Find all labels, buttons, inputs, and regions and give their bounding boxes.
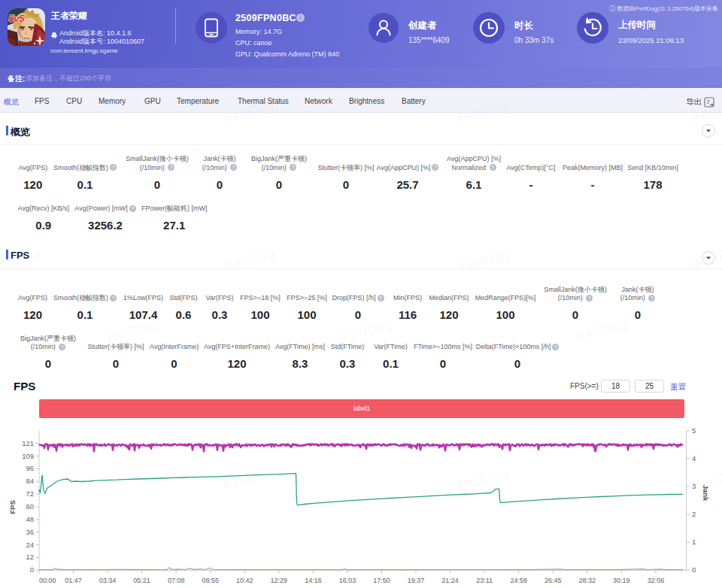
svg-text:01:47: 01:47 bbox=[65, 577, 82, 584]
svg-text:48: 48 bbox=[26, 515, 34, 523]
svg-text:1: 1 bbox=[692, 538, 696, 546]
svg-text:19:37: 19:37 bbox=[408, 577, 425, 584]
svg-text:30:19: 30:19 bbox=[613, 577, 630, 584]
svg-text:5: 5 bbox=[692, 426, 696, 435]
svg-text:07:08: 07:08 bbox=[168, 577, 185, 584]
svg-text:96: 96 bbox=[26, 464, 34, 472]
svg-text:4: 4 bbox=[692, 454, 696, 462]
svg-text:32:06: 32:06 bbox=[648, 577, 665, 584]
svg-text:84: 84 bbox=[26, 477, 34, 485]
svg-text:0: 0 bbox=[30, 565, 34, 574]
svg-text:00:00: 00:00 bbox=[39, 577, 56, 584]
svg-text:28:32: 28:32 bbox=[579, 577, 596, 584]
svg-text:36: 36 bbox=[26, 528, 34, 536]
svg-text:16:03: 16:03 bbox=[339, 577, 356, 584]
svg-text:0: 0 bbox=[692, 565, 696, 574]
svg-text:5v5: 5v5 bbox=[8, 13, 25, 24]
svg-text:12: 12 bbox=[26, 553, 34, 561]
svg-text:FPS: FPS bbox=[8, 500, 17, 514]
svg-text:24: 24 bbox=[26, 541, 34, 549]
svg-text:03:34: 03:34 bbox=[99, 577, 117, 584]
svg-text:14:16: 14:16 bbox=[305, 577, 322, 584]
svg-text:17:50: 17:50 bbox=[373, 577, 390, 584]
svg-text:05:21: 05:21 bbox=[133, 577, 150, 584]
svg-text:23:11: 23:11 bbox=[476, 577, 493, 584]
svg-text:12:29: 12:29 bbox=[271, 577, 288, 584]
svg-text:10:42: 10:42 bbox=[236, 577, 253, 584]
svg-text:24:58: 24:58 bbox=[510, 577, 527, 584]
svg-text:60: 60 bbox=[26, 502, 34, 511]
svg-text:21:24: 21:24 bbox=[441, 577, 459, 584]
svg-text:72: 72 bbox=[26, 489, 34, 498]
svg-text:121: 121 bbox=[22, 439, 34, 447]
svg-text:08:55: 08:55 bbox=[202, 577, 220, 584]
svg-text:2: 2 bbox=[692, 510, 696, 518]
svg-text:26:45: 26:45 bbox=[545, 577, 562, 584]
svg-text:109: 109 bbox=[22, 452, 34, 460]
